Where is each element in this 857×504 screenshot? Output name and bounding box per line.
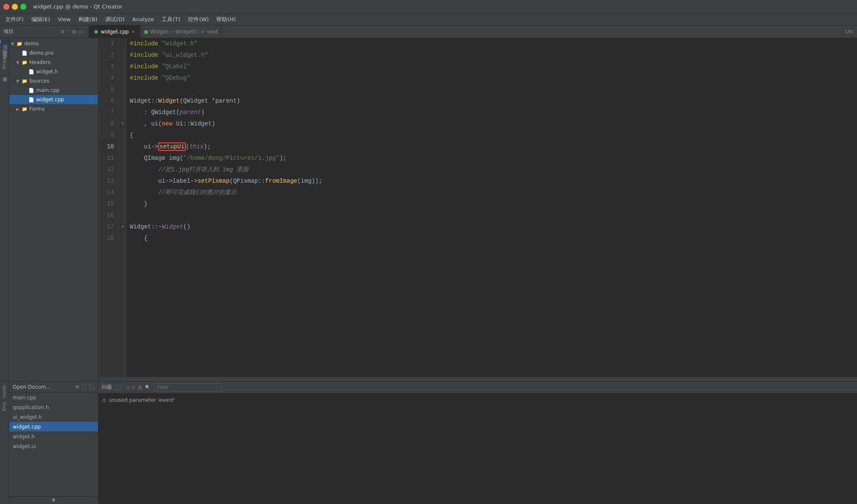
open-docs-ctrl-1[interactable]: ⊞ (75, 384, 79, 390)
issues-nav-prev[interactable]: ⬛ (114, 384, 123, 390)
doc-item-widget-cpp[interactable]: widget.cpp (9, 422, 98, 432)
tab-widget-cpp[interactable]: ● widget.cpp ✕ (89, 25, 140, 38)
project-tree: ▼ 📁 demo 📄 demo.pro ▼ 📁 Headers (9, 38, 98, 381)
code-line-14: //即可完成我们对图片的显示 (130, 187, 854, 198)
sidebar-item-project[interactable]: 项目 (0, 40, 9, 43)
sidebar-item-debug[interactable]: Debug (1, 53, 8, 71)
maximize-button[interactable] (20, 4, 26, 10)
window-controls[interactable] (3, 4, 26, 10)
tree-item-headers[interactable]: ▼ 📁 Headers (9, 58, 98, 67)
menu-controls[interactable]: 控件(W) (184, 15, 212, 24)
menu-tools[interactable]: 工具(T) (158, 15, 184, 24)
doc-item-widget-h[interactable]: widget.h (9, 432, 98, 441)
fold-15 (120, 198, 126, 210)
code-line-6: Widget::Widget(QWidget *parent) (130, 95, 854, 107)
tree-item-sources[interactable]: ▼ 📁 Sources (9, 76, 98, 86)
sidebar-item-design[interactable]: 设计 (0, 48, 8, 52)
doc-label-main-cpp: main.cpp (13, 395, 36, 401)
code-editor[interactable]: 1 2 3 4 5 6 7 8 9 10 11 12 13 14 15 16 1 (98, 38, 857, 381)
code-line-18: { (130, 233, 854, 244)
issues-label: 问题 (102, 384, 112, 391)
menu-edit[interactable]: 编辑(E) (28, 15, 53, 24)
project-panel-controls[interactable]: ⊞ ⬛ ▤ ◁ ▷ (61, 29, 85, 34)
tree-label-widget-cpp: widget.cpp (36, 97, 64, 103)
line-num-11: 11 (102, 153, 116, 164)
fold-column: ▼ ▼ (120, 38, 126, 377)
open-docs-header: Open Docum... ⊞ ⬛ ⬛ (9, 381, 98, 393)
tree-item-forms[interactable]: ▶ 📁 Forms (9, 104, 98, 114)
sidebar-item-help[interactable]: 帮助 (0, 376, 8, 379)
issues-content: ⚠ unused parameter 'event' (98, 393, 857, 504)
line-num-5: 5 (102, 84, 116, 95)
doc-item-widget-ui[interactable]: widget.ui (9, 441, 98, 451)
breadcrumb-file-icon: ● (144, 29, 148, 35)
tree-item-demo[interactable]: ▼ 📁 demo (9, 39, 98, 48)
menu-file[interactable]: 文件(F) (2, 15, 27, 24)
menu-view[interactable]: View (54, 15, 74, 23)
sidebar-item-help-icon[interactable]: ? (1, 76, 8, 82)
line-num-1: 1 (102, 38, 116, 50)
tab-close-icon[interactable]: ✕ (131, 29, 135, 34)
open-docs-ctrl-3[interactable]: ⬛ (89, 384, 95, 390)
code-line-17: Widget::~Widget() (130, 221, 854, 233)
tree-label-main-cpp: main.cpp (36, 87, 60, 93)
fold-1 (120, 38, 126, 50)
open-docs-scrollbar[interactable]: ▼ (9, 496, 98, 504)
menu-help[interactable]: 帮助(H) (213, 15, 239, 24)
tree-label-sources: Sources (29, 78, 49, 84)
breadcrumb-label: Widget::~Widget() -> void (150, 29, 218, 35)
fold-11 (120, 153, 126, 164)
fold-8-indicator[interactable]: ▼ (120, 118, 126, 130)
editor-layout: 项目 编辑 设计 Debug 项目 ? 帮助 ▼ 📁 demo 📄 (0, 38, 857, 381)
bottom-sidebar-demo[interactable]: demo (1, 383, 8, 400)
file-icon-demo-pro: 📄 (22, 50, 28, 56)
tree-item-main-cpp[interactable]: 📄 main.cpp (9, 86, 98, 95)
code-line-12: //把1.jpg打开存入到 img 里面 (130, 164, 854, 175)
sidebar-item-edit[interactable]: 编辑 (0, 44, 8, 47)
issues-nav-left[interactable]: ◁ (124, 384, 130, 390)
tree-item-demo-pro[interactable]: 📄 demo.pro (9, 48, 98, 58)
scroll-down-icon[interactable]: ▼ (52, 498, 55, 503)
menu-debug[interactable]: 调试(D) (102, 15, 128, 24)
code-line-5 (130, 84, 854, 95)
close-button[interactable] (3, 4, 9, 10)
open-docs-controls[interactable]: ⊞ ⬛ ⬛ (75, 384, 95, 390)
window-title: widget.cpp @ demo - Qt Creator (33, 3, 123, 10)
tree-arrow-demo: ▼ (11, 42, 15, 46)
tree-item-widget-h[interactable]: 📄 widget.h (9, 67, 98, 76)
doc-item-ui-widget-h[interactable]: ui_widget.h (9, 412, 98, 422)
main-layout: 项目 ⊞ ⬛ ▤ ◁ ▷ ● widget.cpp ✕ ● Widget::~W… (0, 25, 857, 504)
bottom-sidebar-bug[interactable]: bug (1, 401, 8, 413)
doc-item-qapplication-h[interactable]: qapplication.h (9, 402, 98, 412)
issues-nav-right[interactable]: ▷ (131, 384, 137, 390)
tree-label-demo: demo (24, 41, 39, 47)
minimize-button[interactable] (12, 4, 18, 10)
doc-item-main-cpp[interactable]: main.cpp (9, 393, 98, 402)
sidebar-item-projects[interactable]: 项目 (0, 72, 8, 75)
filter-input[interactable] (154, 383, 222, 392)
menu-analyze[interactable]: Analyze (129, 15, 157, 23)
code-line-8: , ui(new Ui::Widget) (130, 118, 854, 130)
fold-9 (120, 130, 126, 141)
tree-item-widget-cpp[interactable]: 📄 widget.cpp (9, 95, 98, 104)
fold-6 (120, 95, 126, 107)
code-line-9: { (130, 130, 854, 141)
code-line-4: #include "QDebug" (130, 72, 854, 84)
menu-build[interactable]: 构建(B) (75, 15, 101, 24)
cpp-file-icon: ● (94, 29, 98, 34)
line-num-16: 16 (102, 210, 116, 221)
horizontal-scrollbar[interactable] (98, 377, 857, 381)
code-line-1: #include "widget.h" (130, 38, 854, 50)
tree-label-headers: Headers (29, 59, 50, 65)
line-num-4: 4 (102, 72, 116, 84)
project-panel-label: 项目 (3, 28, 14, 35)
folder-icon-headers: 📁 (22, 60, 28, 65)
code-line-2: #include "ui_widget.h" (130, 50, 854, 61)
code-line-7: : QWidget(parent) (130, 107, 854, 118)
left-sidebar-strip: 项目 编辑 设计 Debug 项目 ? 帮助 (0, 38, 9, 381)
titlebar: widget.cpp @ demo - Qt Creator (0, 0, 857, 14)
open-docs-ctrl-2[interactable]: ⬛ (81, 384, 87, 390)
fold-17-indicator[interactable]: ▼ (120, 221, 126, 233)
tabs-bar: 项目 ⊞ ⬛ ▤ ◁ ▷ ● widget.cpp ✕ ● Widget::~W… (0, 25, 857, 38)
code-lines[interactable]: #include "widget.h" #include "ui_widget.… (126, 38, 857, 377)
